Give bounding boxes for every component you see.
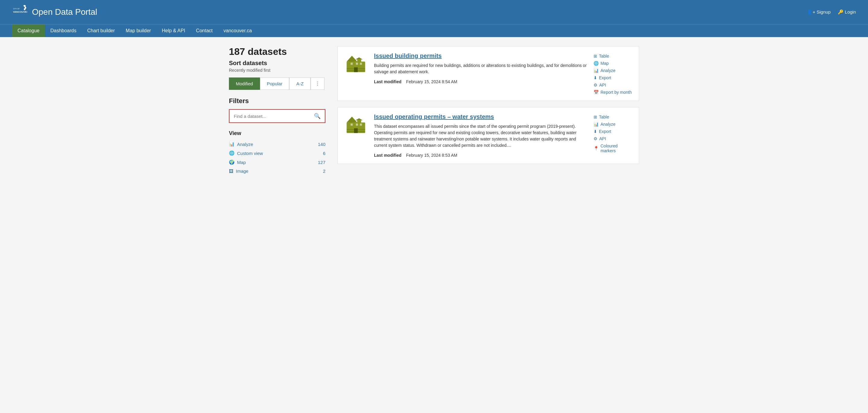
action-table-1[interactable]: ⊞ Table bbox=[593, 115, 633, 119]
sort-btn-popular[interactable]: Popular bbox=[260, 77, 289, 90]
nav-item-chart-builder[interactable]: Chart builder bbox=[82, 24, 120, 37]
action-coloured-1[interactable]: 📍 Coloured markers bbox=[593, 144, 633, 153]
svg-rect-11 bbox=[360, 63, 362, 65]
datasets-area: Issued building permits Building permits… bbox=[338, 46, 639, 176]
logo-area: CITY OF VANCOUVER Open Data Portal bbox=[12, 4, 97, 21]
signup-link[interactable]: 👤+ Signup bbox=[807, 9, 831, 15]
sort-label: Sort datasets bbox=[229, 60, 326, 67]
city-logo-icon: CITY OF VANCOUVER bbox=[12, 4, 27, 21]
view-item-map: 🌍 Map 127 bbox=[229, 158, 326, 167]
view-item-analyze: 📊 Analyze 140 bbox=[229, 139, 326, 149]
svg-marker-5 bbox=[346, 56, 357, 62]
view-items: 📊 Analyze 140 🌐 Custom view 6 🌍 Map 127 bbox=[229, 139, 326, 176]
table-icon: ⊞ bbox=[593, 115, 597, 119]
login-link[interactable]: 🔑 Login bbox=[838, 9, 856, 15]
custom-view-icon: 🌐 bbox=[229, 151, 235, 156]
dataset-modified-1: Last modified February 15, 2024 8:53 AM bbox=[374, 153, 588, 158]
svg-rect-22 bbox=[360, 124, 362, 126]
view-item-custom: 🌐 Custom view 6 bbox=[229, 149, 326, 158]
dataset-icon-1 bbox=[344, 113, 368, 158]
svg-rect-23 bbox=[354, 128, 358, 133]
api-icon: ⚙ bbox=[593, 136, 597, 141]
dataset-body-1: Issued operating permits – water systems… bbox=[374, 113, 588, 158]
dataset-desc-1: This dataset encompasses all issued perm… bbox=[374, 123, 588, 149]
svg-marker-16 bbox=[346, 117, 357, 122]
nav-item-contact[interactable]: Contact bbox=[191, 24, 218, 37]
image-icon: 🖼 bbox=[229, 168, 234, 173]
sort-btn-az[interactable]: A-Z bbox=[289, 77, 310, 90]
action-table-0[interactable]: ⊞ Table bbox=[593, 54, 633, 59]
nav-item-dashboards[interactable]: Dashboards bbox=[45, 24, 82, 37]
view-label: View bbox=[229, 130, 326, 136]
portal-title: Open Data Portal bbox=[32, 7, 97, 17]
map-icon: 🌐 bbox=[593, 61, 599, 66]
dataset-modified-0: Last modified February 15, 2024 8:54 AM bbox=[374, 79, 588, 84]
sort-buttons: Modified Popular A-Z ⋮ bbox=[229, 77, 326, 90]
view-item-map-link[interactable]: 🌍 Map bbox=[229, 159, 246, 165]
analyze-icon: 📊 bbox=[229, 141, 235, 147]
top-bar-actions: 👤+ Signup 🔑 Login bbox=[807, 9, 856, 15]
action-api-0[interactable]: ⚙ API bbox=[593, 83, 633, 88]
svg-rect-20 bbox=[351, 124, 353, 126]
dataset-body-0: Issued building permits Building permits… bbox=[374, 53, 588, 95]
login-icon: 🔑 bbox=[838, 9, 843, 14]
analyze-bar-icon: 📊 bbox=[593, 122, 599, 127]
dataset-icon-0 bbox=[344, 53, 368, 95]
view-item-image: 🖼 Image 2 bbox=[229, 167, 326, 176]
analyze-bar-icon: 📊 bbox=[593, 68, 599, 73]
action-analyze-0[interactable]: 📊 Analyze bbox=[593, 68, 633, 73]
export-icon: ⬇ bbox=[593, 129, 597, 134]
dataset-count: 187 datasets bbox=[229, 46, 326, 57]
search-input[interactable] bbox=[229, 110, 310, 122]
action-report-0[interactable]: 📅 Report by month bbox=[593, 90, 633, 95]
map-icon: 🌍 bbox=[229, 159, 235, 165]
search-button[interactable]: 🔍 bbox=[310, 110, 325, 122]
dataset-actions-0: ⊞ Table 🌐 Map 📊 Analyze ⬇ Export ⚙ A bbox=[593, 53, 633, 95]
view-item-analyze-link[interactable]: 📊 Analyze bbox=[229, 141, 253, 147]
action-export-1[interactable]: ⬇ Export bbox=[593, 129, 633, 134]
nav-item-catalogue[interactable]: Catalogue bbox=[12, 24, 45, 37]
svg-rect-10 bbox=[356, 63, 358, 65]
action-export-0[interactable]: ⬇ Export bbox=[593, 75, 633, 80]
nav-item-vancouver[interactable]: vancouver.ca bbox=[218, 24, 257, 37]
dataset-desc-0: Building permits are required for new bu… bbox=[374, 62, 588, 75]
action-map-0[interactable]: 🌐 Map bbox=[593, 61, 633, 66]
api-icon: ⚙ bbox=[593, 83, 597, 88]
table-icon: ⊞ bbox=[593, 54, 597, 59]
main-content: 187 datasets Sort datasets Recently modi… bbox=[217, 37, 651, 185]
view-item-image-link[interactable]: 🖼 Image bbox=[229, 168, 249, 173]
nav-bar: Catalogue Dashboards Chart builder Map b… bbox=[0, 24, 868, 37]
sort-desc: Recently modified first bbox=[229, 68, 326, 73]
sort-btn-modified[interactable]: Modified bbox=[229, 77, 260, 90]
action-analyze-1[interactable]: 📊 Analyze bbox=[593, 122, 633, 127]
filters-label: Filters bbox=[229, 97, 326, 105]
svg-marker-6 bbox=[355, 57, 363, 59]
nav-item-map-builder[interactable]: Map builder bbox=[120, 24, 157, 37]
sidebar: 187 datasets Sort datasets Recently modi… bbox=[229, 46, 326, 176]
sort-btn-more[interactable]: ⋮ bbox=[311, 77, 324, 90]
nav-item-help-api[interactable]: Help & API bbox=[156, 24, 190, 37]
coloured-markers-icon: 📍 bbox=[593, 146, 599, 151]
search-box: 🔍 bbox=[229, 109, 326, 123]
dataset-actions-1: ⊞ Table 📊 Analyze ⬇ Export ⚙ API 📍 C bbox=[593, 113, 633, 158]
svg-rect-9 bbox=[351, 63, 353, 65]
svg-rect-21 bbox=[356, 124, 358, 126]
report-icon: 📅 bbox=[593, 90, 599, 95]
svg-text:VANCOUVER: VANCOUVER bbox=[13, 10, 27, 13]
top-bar: CITY OF VANCOUVER Open Data Portal 👤+ Si… bbox=[0, 0, 868, 24]
dataset-card-1: Issued operating permits – water systems… bbox=[338, 107, 639, 164]
dataset-card-0: Issued building permits Building permits… bbox=[338, 46, 639, 101]
svg-text:CITY OF: CITY OF bbox=[13, 8, 20, 10]
export-icon: ⬇ bbox=[593, 75, 597, 80]
svg-marker-17 bbox=[355, 118, 363, 120]
view-item-custom-link[interactable]: 🌐 Custom view bbox=[229, 151, 263, 156]
dataset-title-1[interactable]: Issued operating permits – water systems bbox=[374, 113, 588, 120]
dataset-title-0[interactable]: Issued building permits bbox=[374, 53, 588, 59]
action-api-1[interactable]: ⚙ API bbox=[593, 136, 633, 141]
search-icon: 🔍 bbox=[314, 113, 320, 119]
signup-icon: 👤+ bbox=[807, 9, 815, 14]
svg-rect-12 bbox=[354, 67, 358, 72]
